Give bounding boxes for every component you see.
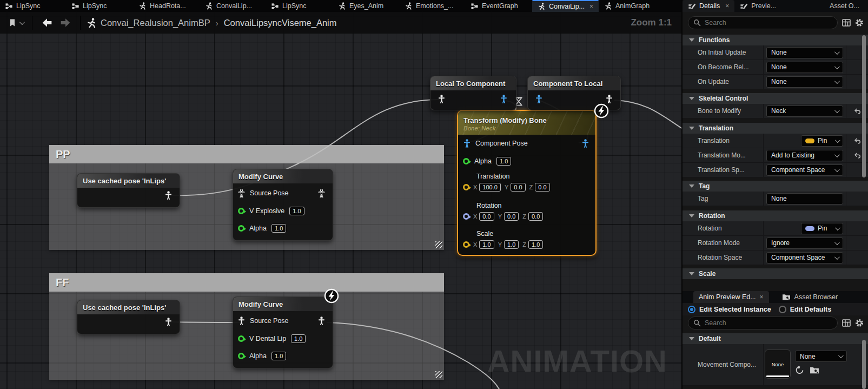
on-initial-update-dropdown[interactable]: None	[766, 47, 843, 58]
translation-z-box[interactable]: 0.0	[535, 183, 549, 192]
translation-x-box[interactable]: 100.0	[479, 183, 501, 192]
tab-emotions[interactable]: Emotions_...	[399, 0, 466, 12]
animgraph-canvas[interactable]: ANIMATION PP FF Local To Component Compo…	[0, 12, 681, 389]
tab-eyes-anim[interactable]: Eyes_Anim	[333, 0, 399, 12]
tab-lipsync-1[interactable]: LipSync	[0, 0, 67, 12]
component-pose-output-pin[interactable]	[500, 95, 507, 103]
section-header[interactable]: Skeletal Control	[683, 93, 868, 104]
alpha-pin[interactable]	[463, 158, 469, 164]
node-pp-use-cached-pose[interactable]: Use cached pose 'InLips'	[77, 173, 180, 208]
preview-scrollbar[interactable]	[862, 340, 866, 389]
tab-lipsync-3[interactable]: LipSync	[266, 0, 333, 12]
alpha-value-box[interactable]: 1.0	[496, 157, 511, 166]
scale-x-box[interactable]: 1.0	[479, 240, 494, 249]
tab-preview[interactable]: Previe...	[734, 0, 781, 12]
pose-output-pin[interactable]	[606, 95, 613, 103]
alpha-pin[interactable]	[238, 225, 244, 232]
close-icon[interactable]: ×	[589, 3, 593, 10]
edit-defaults-radio[interactable]: Edit Defaults	[779, 306, 831, 313]
section-header[interactable]: Functions	[683, 35, 868, 45]
scale-pin[interactable]	[463, 241, 469, 248]
node-transform-modify-bone[interactable]: Transform (Modify) Bone Bone: Neck Compo…	[457, 110, 597, 256]
tab-anim-preview-editor[interactable]: Anim Preview Ed... ×	[693, 291, 769, 303]
bone-to-modify-dropdown[interactable]: Neck	[766, 106, 843, 117]
pose-output-pin[interactable]	[165, 318, 172, 326]
scale-z-box[interactable]: 1.0	[528, 240, 543, 249]
scale-y-box[interactable]: 1.0	[504, 240, 519, 249]
alpha-pin[interactable]	[238, 353, 244, 359]
section-header[interactable]: Translation	[683, 123, 868, 134]
details-scrollbar[interactable]	[862, 35, 866, 177]
use-selected-asset-icon[interactable]	[795, 365, 804, 374]
rotation-mode-dropdown[interactable]: Ignore	[766, 238, 843, 249]
translation-mode-dropdown[interactable]: Add to Existing	[766, 150, 843, 161]
curve-pin[interactable]	[238, 335, 244, 342]
bookmark-button[interactable]	[5, 18, 26, 27]
translation-y-box[interactable]: 0.0	[511, 183, 525, 192]
pose-output-pin[interactable]	[165, 191, 172, 200]
tab-asset-override[interactable]: Asset O...	[824, 0, 868, 12]
tab-convailip-1[interactable]: ConvaiLip...	[200, 0, 266, 12]
translation-space-dropdown[interactable]: Component Space	[766, 164, 843, 176]
curve-value-box[interactable]: 1.0	[289, 207, 304, 215]
browse-to-asset-icon[interactable]	[810, 366, 819, 374]
section-header[interactable]: Tag	[683, 181, 868, 192]
source-pose-input-pin[interactable]	[238, 317, 245, 325]
on-become-relevant-dropdown[interactable]: None	[766, 62, 843, 73]
comment-header-pp[interactable]: PP	[49, 145, 444, 163]
on-update-dropdown[interactable]: None	[766, 76, 843, 88]
node-ff-modify-curve[interactable]: Modify Curve Source Pose V Dental Lip 1.…	[233, 296, 333, 368]
close-icon[interactable]: ×	[760, 293, 764, 301]
component-pose-input-pin[interactable]	[463, 139, 471, 148]
rotation-z-box[interactable]: 0.0	[528, 212, 543, 221]
tab-eventgraph[interactable]: EventGraph	[466, 0, 532, 12]
section-header[interactable]: Rotation	[683, 210, 868, 221]
section-header[interactable]: Scale	[683, 268, 868, 279]
search-input[interactable]	[705, 319, 832, 327]
node-pp-modify-curve[interactable]: Modify Curve Source Pose V Explosive 1.0…	[233, 169, 333, 241]
reset-to-default-icon[interactable]	[854, 108, 861, 115]
details-search-box[interactable]	[688, 16, 838, 29]
tab-convailip-active[interactable]: ConvaiLip...×	[532, 0, 599, 12]
gear-icon[interactable]	[855, 319, 864, 327]
component-pose-output-pin[interactable]	[582, 139, 589, 148]
node-ff-use-cached-pose[interactable]: Use cached pose 'InLips'	[77, 300, 180, 334]
breadcrumb-current[interactable]: ConvaiLipsyncViseme_Anim	[224, 18, 337, 28]
rotation-space-dropdown[interactable]: Component Space	[766, 252, 843, 263]
search-input[interactable]	[705, 19, 832, 27]
source-pose-input-pin[interactable]	[238, 189, 245, 197]
curve-value-box[interactable]: 1.0	[291, 334, 306, 343]
pose-input-pin[interactable]	[438, 95, 445, 103]
edit-selected-instance-radio[interactable]: Edit Selected Instance	[688, 306, 771, 313]
breadcrumb-root[interactable]: Convai_Realusion_AnimBP	[101, 18, 210, 28]
asset-thumbnail[interactable]: None	[765, 350, 791, 379]
preview-search-box[interactable]	[688, 317, 838, 329]
tab-lipsync-2[interactable]: LipSync	[67, 0, 133, 12]
translation-pin[interactable]	[463, 184, 469, 190]
rotation-pin-dropdown[interactable]: Pin	[801, 223, 843, 234]
display-filter-icon[interactable]	[842, 18, 851, 27]
nav-forward-button[interactable]	[56, 18, 75, 28]
display-filter-icon[interactable]	[842, 319, 851, 327]
close-icon[interactable]: ×	[725, 2, 729, 10]
translation-pin-dropdown[interactable]: Pin	[801, 135, 843, 147]
source-pose-output-pin[interactable]	[318, 189, 325, 197]
source-pose-output-pin[interactable]	[318, 317, 325, 325]
gear-icon[interactable]	[855, 18, 864, 27]
tag-input[interactable]: None	[766, 193, 843, 205]
alpha-value-box[interactable]: 1.0	[271, 224, 286, 233]
tab-asset-browser[interactable]: Asset Browser	[777, 291, 844, 303]
tab-details[interactable]: Details ×	[683, 0, 734, 12]
comment-header-ff[interactable]: FF	[49, 273, 444, 292]
rotation-x-box[interactable]: 0.0	[479, 212, 494, 221]
tab-animgraph[interactable]: AnimGraph	[599, 0, 665, 12]
component-pose-input-pin[interactable]	[535, 95, 542, 103]
nav-back-button[interactable]	[38, 18, 56, 28]
reset-to-default-icon[interactable]	[854, 137, 861, 144]
node-local-to-component[interactable]: Local To Component	[430, 76, 516, 110]
comment-resize-handle[interactable]	[435, 371, 442, 378]
tab-headrotation[interactable]: HeadRota...	[133, 0, 200, 12]
rotation-y-box[interactable]: 0.0	[504, 212, 519, 221]
movement-component-dropdown[interactable]: None	[795, 351, 847, 362]
section-header[interactable]: Default	[683, 333, 868, 344]
